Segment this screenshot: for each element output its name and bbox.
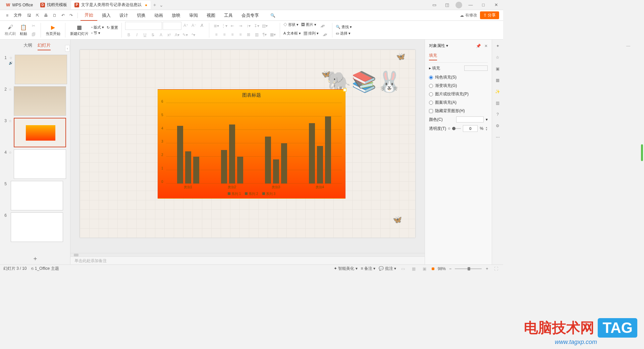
slide-thumb-6[interactable]: 6 <box>0 211 70 243</box>
fill-section-header[interactable]: ▸ 填充 <box>429 65 488 73</box>
tab-dropdown[interactable]: ⌄ <box>158 2 165 8</box>
solid-fill-radio[interactable]: 纯色填充(S) <box>429 73 488 82</box>
zoom-in-button[interactable]: ＋ <box>485 266 489 271</box>
cube-icon[interactable]: ◫ <box>443 2 451 7</box>
gradient-fill-radio[interactable]: 渐变填充(G) <box>429 82 488 90</box>
ribbon-tools[interactable]: 工具 <box>220 10 237 20</box>
pattern-fill-radio[interactable]: 图案填充(A) <box>429 98 488 107</box>
tab-add[interactable]: ＋ <box>151 2 158 8</box>
ribbon-member[interactable]: 会员专享 <box>237 10 263 20</box>
transparency-input[interactable] <box>463 125 478 132</box>
slide-canvas[interactable]: 🦋 🐘📚🐰 🦋 🦋 图表标题 6543210 类别1类别2类别3类别4 系列 1… <box>80 50 415 238</box>
outline-color-icon[interactable]: ◢▾ <box>321 31 329 38</box>
slides-tab[interactable]: 幻灯片 <box>38 42 51 50</box>
ribbon-start[interactable]: 开始 <box>80 10 97 21</box>
slide-thumb-4[interactable]: 4☆ <box>0 148 70 180</box>
view-sorter-icon[interactable]: ▦ <box>410 265 418 272</box>
font-size-select[interactable] <box>163 22 181 30</box>
color-dropdown-icon[interactable]: ▾ <box>486 117 488 122</box>
selection-handle[interactable] <box>343 88 346 92</box>
layout-button[interactable]: ▫ 版式 ▾ <box>91 25 104 30</box>
copy-icon[interactable]: 🗐 <box>30 31 37 38</box>
beautify-button[interactable]: ✦ 智能美化 ▾ <box>334 266 358 271</box>
ribbon-view[interactable]: 视图 <box>203 10 219 20</box>
reader-mode-icon[interactable]: ▭ <box>430 2 439 7</box>
find-button[interactable]: 🔍 查找 ▾ <box>336 24 352 30</box>
print-preview-icon[interactable]: 🗋 <box>51 12 59 18</box>
reset-button[interactable]: ↻ 重置 <box>107 25 118 30</box>
paste-button[interactable]: 📋粘贴 <box>18 24 29 36</box>
textbox-button[interactable]: A 文本框 ▾ <box>283 31 301 38</box>
save-icon[interactable]: 🖫 <box>25 12 33 18</box>
ribbon-review[interactable]: 审阅 <box>185 10 202 20</box>
hide-bg-checkbox[interactable]: 隐藏背景图形(H) <box>429 107 488 115</box>
remarks-button[interactable]: ≡ 备注 ▾ <box>361 266 376 271</box>
select-button[interactable]: ▭ 选择 ▾ <box>336 31 352 36</box>
settings-icon[interactable]: ⚙ <box>495 123 501 129</box>
slide-thumb-1[interactable]: 1☆🔊 <box>0 54 70 85</box>
transparency-slider[interactable] <box>452 128 461 129</box>
collapse-panel-button[interactable]: ‹ <box>65 45 70 52</box>
share-button[interactable]: ⇪ 分享 <box>480 11 499 19</box>
template-icon[interactable]: ▦ <box>495 77 501 83</box>
fill-tab[interactable]: 填充 <box>429 51 437 60</box>
export-icon[interactable]: ⇱ <box>34 12 41 18</box>
cut-icon[interactable]: ✂ <box>30 22 37 30</box>
view-normal-icon[interactable]: ▭ <box>399 265 407 272</box>
picture-fill-radio[interactable]: 图片或纹理填充(P) <box>429 90 488 98</box>
ribbon-insert[interactable]: 插入 <box>98 10 115 20</box>
print-icon[interactable]: 🖶 <box>42 12 50 18</box>
tab-document[interactable]: P文字是人类用符号记录表达信息以● <box>71 1 151 9</box>
stepper-up[interactable]: ▲ <box>485 126 488 129</box>
fill-color-icon[interactable]: ◢▾ <box>319 22 326 30</box>
tab-wps[interactable]: WWPS Office <box>3 1 36 9</box>
ribbon-transition[interactable]: 切换 <box>133 10 150 20</box>
chart-object[interactable]: 图表标题 6543210 类别1类别2类别3类别4 系列 1系列 2系列 3 <box>158 89 345 199</box>
fit-screen-icon[interactable]: ⛶ <box>492 265 500 272</box>
zoom-level[interactable]: 98% <box>438 266 446 271</box>
minimize-button[interactable]: — <box>466 2 475 7</box>
slide-thumb-3[interactable]: 3☆ <box>0 117 70 148</box>
from-current-button[interactable]: ▶当页开始 <box>44 24 62 36</box>
color-picker[interactable] <box>456 116 484 122</box>
close-button[interactable]: ✕ <box>492 2 500 7</box>
modified-badge[interactable]: ☁ 有修改 <box>460 12 477 18</box>
shape-button[interactable]: ◇ 形状 ▾ <box>283 22 299 30</box>
ribbon-animation[interactable]: 动画 <box>150 10 167 20</box>
slide-thumb-2[interactable]: 2☆ <box>0 85 70 117</box>
stepper-down[interactable]: ▼ <box>485 129 488 131</box>
play-indicator-icon[interactable] <box>432 267 434 270</box>
effects-icon[interactable]: ✨ <box>495 89 501 95</box>
close-panel-icon[interactable]: ✕ <box>484 44 488 48</box>
ribbon-slideshow[interactable]: 放映 <box>168 10 184 20</box>
slide-thumb-5[interactable]: 5 <box>0 180 70 211</box>
user-avatar[interactable] <box>455 2 462 8</box>
layers-icon[interactable]: ▣ <box>495 66 501 72</box>
slide-list[interactable]: 1☆🔊 2☆ 3☆ 4☆ 5 6 <box>0 52 70 252</box>
ai-assist-icon[interactable]: ✦ <box>495 43 501 49</box>
pin-icon[interactable]: 📌 <box>476 44 481 48</box>
redo-icon[interactable]: ↷ <box>67 12 75 18</box>
slide-lib-icon[interactable]: ▥ <box>495 100 501 106</box>
font-family-select[interactable] <box>125 22 162 30</box>
theme-label[interactable]: ⎋ 1_Office 主题 <box>31 266 59 271</box>
star-icon[interactable]: ☆ <box>495 54 501 60</box>
help-icon[interactable]: ? <box>495 111 501 117</box>
view-reading-icon[interactable]: ▣ <box>421 265 428 272</box>
picture-button[interactable]: 🖼 图片 ▾ <box>301 22 316 30</box>
section-button[interactable]: ▫ 节 ▾ <box>91 31 104 36</box>
new-slide-button[interactable]: ▦新建幻灯片 <box>69 24 90 36</box>
undo-icon[interactable]: ↶ <box>59 12 67 18</box>
zoom-out-button[interactable]: − <box>449 266 451 271</box>
menu-icon[interactable]: ≡ <box>4 12 10 18</box>
tab-docker[interactable]: D找稻壳模板 <box>37 1 70 9</box>
outline-tab[interactable]: 大纲 <box>23 42 32 50</box>
fill-type-dropdown[interactable] <box>464 65 488 71</box>
search-icon[interactable]: 🔍 <box>268 12 277 18</box>
notes-area[interactable]: 单击此处添加备注 <box>70 256 425 264</box>
add-slide-button[interactable]: ＋ <box>0 252 70 264</box>
ribbon-design[interactable]: 设计 <box>115 10 132 20</box>
more-icon[interactable]: ⋯ <box>495 134 501 140</box>
file-menu[interactable]: 文件 <box>11 11 24 19</box>
comments-button[interactable]: 💬 批注 ▾ <box>379 266 396 271</box>
